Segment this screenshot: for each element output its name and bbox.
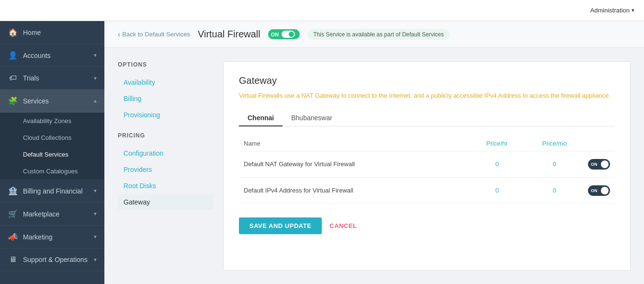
row-name: Default IPv4 Address for Virtual Firewal… bbox=[239, 177, 468, 204]
row-toggle[interactable]: ON bbox=[583, 151, 615, 177]
sidebar-item-home[interactable]: 🏠 Home bbox=[0, 21, 104, 44]
options-link-provisioning[interactable]: Provisioning bbox=[118, 107, 214, 123]
chevron-down-icon: ▾ bbox=[94, 211, 97, 217]
row-price-mo[interactable] bbox=[526, 151, 583, 177]
marketplace-icon: 🛒 bbox=[8, 209, 18, 218]
sidebar-item-label: Trials bbox=[23, 74, 94, 82]
sidebar-item-accounts[interactable]: 👤 Accounts ▾ bbox=[0, 44, 104, 67]
row-price-hr[interactable] bbox=[468, 151, 526, 177]
sidebar-item-cloud-collections[interactable]: Cloud Collections bbox=[0, 129, 104, 146]
options-link-billing[interactable]: Billing bbox=[118, 91, 214, 106]
sidebar-item-label: Billing and Financial bbox=[23, 187, 94, 195]
status-badge: ON bbox=[268, 29, 300, 39]
row-toggle-switch-1[interactable]: ON bbox=[588, 185, 610, 196]
gateway-description: Virtual Firewalls use a NAT Gateway to c… bbox=[239, 91, 615, 101]
sidebar-item-marketplace[interactable]: 🛒 Marketplace ▾ bbox=[0, 203, 104, 226]
header-bar: Back to Default Services Virtual Firewal… bbox=[104, 21, 644, 48]
marketing-icon: 📣 bbox=[8, 232, 18, 241]
pricing-section-title: PRICING bbox=[118, 132, 214, 139]
home-icon: 🏠 bbox=[8, 28, 18, 37]
cancel-button[interactable]: CANCEL bbox=[329, 222, 357, 229]
row-price-hr[interactable] bbox=[468, 177, 526, 204]
sidebar-item-label: Marketing bbox=[23, 233, 94, 241]
accounts-icon: 👤 bbox=[8, 51, 18, 60]
sidebar-item-marketing[interactable]: 📣 Marketing ▾ bbox=[0, 226, 104, 249]
row-price-mo[interactable] bbox=[526, 177, 583, 204]
price-hr-input-0[interactable] bbox=[485, 160, 509, 168]
options-link-configuration[interactable]: Configuration bbox=[118, 146, 214, 161]
chevron-down-icon: ▾ bbox=[94, 52, 97, 58]
content-area: OPTIONS Availability Billing Provisionin… bbox=[104, 48, 644, 284]
status-on-label: ON bbox=[271, 32, 279, 37]
sidebar-item-availability-zones[interactable]: Availability Zones bbox=[0, 113, 104, 129]
options-panel: OPTIONS Availability Billing Provisionin… bbox=[118, 61, 223, 271]
sidebar-item-label: Support & Operations bbox=[23, 256, 94, 263]
price-mo-input-1[interactable] bbox=[542, 187, 566, 194]
sidebar-item-trials[interactable]: 🏷 Trials ▾ bbox=[0, 67, 104, 90]
options-link-root-disks[interactable]: Root Disks bbox=[118, 178, 214, 193]
trials-icon: 🏷 bbox=[8, 74, 18, 82]
topbar: Administration bbox=[0, 0, 644, 21]
row-toggle[interactable]: ON bbox=[583, 177, 615, 204]
service-toggle[interactable] bbox=[282, 31, 295, 38]
status-description: This Service is available as part of Def… bbox=[307, 29, 450, 40]
options-section-title: OPTIONS bbox=[118, 61, 214, 68]
col-name: Name bbox=[239, 136, 468, 151]
price-mo-input-0[interactable] bbox=[542, 160, 566, 168]
location-tabs: Chennai Bhubaneswar bbox=[239, 110, 615, 126]
sidebar-item-label: Marketplace bbox=[23, 210, 94, 218]
sidebar-item-label: Accounts bbox=[23, 52, 94, 59]
sidebar-item-default-services[interactable]: Default Services bbox=[0, 146, 104, 163]
services-submenu: Availability Zones Cloud Collections Def… bbox=[0, 113, 104, 180]
chevron-down-icon: ▾ bbox=[94, 234, 97, 240]
gateway-title: Gateway bbox=[239, 75, 615, 86]
toggle-circle bbox=[601, 187, 609, 194]
save-button[interactable]: SAVE AND UPDATE bbox=[239, 217, 322, 234]
toggle-on-label: ON bbox=[591, 162, 598, 167]
page-title: Virtual Firewall bbox=[198, 29, 260, 40]
table-row: Default IPv4 Address for Virtual Firewal… bbox=[239, 177, 615, 204]
chevron-down-icon: ▾ bbox=[94, 75, 97, 81]
toggle-circle bbox=[601, 160, 609, 168]
main-content: Back to Default Services Virtual Firewal… bbox=[104, 21, 644, 284]
tab-chennai[interactable]: Chennai bbox=[239, 110, 282, 126]
row-toggle-switch-0[interactable]: ON bbox=[588, 159, 610, 170]
back-link[interactable]: Back to Default Services bbox=[118, 30, 190, 39]
tab-bhubaneswar[interactable]: Bhubaneswar bbox=[282, 110, 341, 126]
options-link-providers[interactable]: Providers bbox=[118, 162, 214, 177]
sidebar-item-billing[interactable]: 🏦 Billing and Financial ▾ bbox=[0, 180, 104, 203]
gateway-table: Name Price/hr Price/mo Default NAT Gatew… bbox=[239, 136, 615, 204]
sidebar-item-support[interactable]: 🖥 Support & Operations ▾ bbox=[0, 249, 104, 271]
billing-icon: 🏦 bbox=[8, 186, 18, 195]
action-row: SAVE AND UPDATE CANCEL bbox=[239, 217, 615, 234]
sidebar-item-services[interactable]: 🧩 Services ▴ bbox=[0, 90, 104, 113]
sidebar-item-custom-catalogues[interactable]: Custom Catalogues bbox=[0, 163, 104, 180]
chevron-down-icon: ▾ bbox=[94, 257, 97, 263]
toggle-on-label: ON bbox=[591, 188, 598, 193]
sidebar-item-label: Home bbox=[23, 29, 97, 36]
admin-menu[interactable]: Administration bbox=[590, 7, 634, 14]
col-price-hr: Price/hr bbox=[468, 136, 526, 151]
price-hr-input-1[interactable] bbox=[485, 187, 509, 194]
chevron-up-icon: ▴ bbox=[94, 98, 97, 104]
layout: 🏠 Home 👤 Accounts ▾ 🏷 Trials ▾ 🧩 Service… bbox=[0, 21, 644, 284]
options-link-availability[interactable]: Availability bbox=[118, 75, 214, 90]
sidebar-item-label: Services bbox=[23, 97, 94, 105]
table-row: Default NAT Gateway for Virtual Firewall… bbox=[239, 151, 615, 177]
row-name: Default NAT Gateway for Virtual Firewall bbox=[239, 151, 468, 177]
support-icon: 🖥 bbox=[8, 255, 18, 264]
options-link-gateway[interactable]: Gateway bbox=[118, 194, 214, 210]
sidebar: 🏠 Home 👤 Accounts ▾ 🏷 Trials ▾ 🧩 Service… bbox=[0, 21, 104, 284]
chevron-down-icon: ▾ bbox=[94, 188, 97, 194]
col-price-mo: Price/mo bbox=[526, 136, 583, 151]
services-icon: 🧩 bbox=[8, 96, 18, 105]
gateway-panel: Gateway Virtual Firewalls use a NAT Gate… bbox=[223, 61, 631, 271]
